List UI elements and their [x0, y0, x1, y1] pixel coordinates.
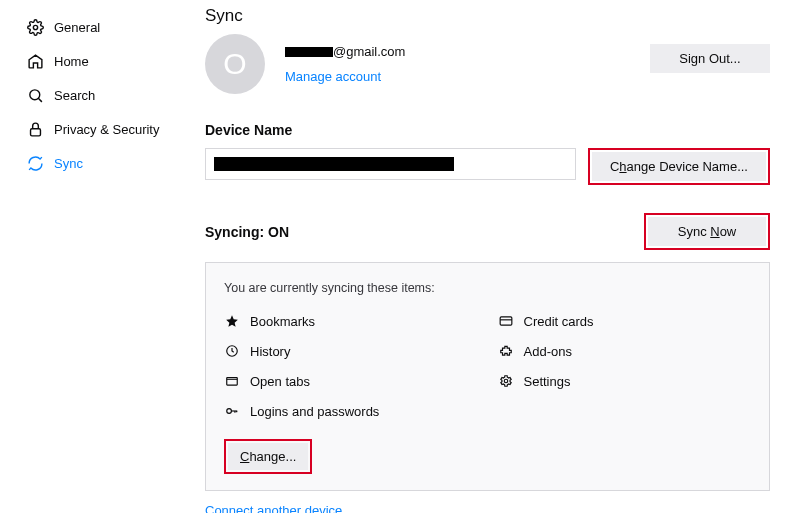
gear-icon: [498, 373, 514, 389]
search-icon: [26, 86, 44, 104]
redacted-device-name: [214, 157, 454, 171]
email-domain: @gmail.com: [333, 44, 405, 59]
sync-item-settings: Settings: [498, 373, 752, 389]
sync-item-label: Logins and passwords: [250, 404, 379, 419]
sidebar-item-home[interactable]: Home: [20, 44, 175, 78]
sync-now-button[interactable]: Sync Now: [648, 217, 766, 246]
home-icon: [26, 52, 44, 70]
sidebar-item-search[interactable]: Search: [20, 78, 175, 112]
avatar: O: [205, 34, 265, 94]
main-content: Sync O @gmail.com Manage account Sign Ou…: [185, 0, 800, 513]
change-sync-items-button[interactable]: Change...: [228, 443, 308, 470]
sync-item-bookmarks: Bookmarks: [224, 313, 478, 329]
manage-account-link[interactable]: Manage account: [285, 69, 381, 84]
sync-item-history: History: [224, 343, 478, 359]
svg-rect-3: [30, 128, 40, 135]
sync-item-label: Add-ons: [524, 344, 572, 359]
highlight-change: Change...: [224, 439, 312, 474]
credit-card-icon: [498, 313, 514, 329]
account-email: @gmail.com: [285, 44, 405, 59]
key-icon: [224, 403, 240, 419]
sign-out-button[interactable]: Sign Out...: [650, 44, 770, 73]
tabs-icon: [224, 373, 240, 389]
account-section: O @gmail.com Manage account Sign Out...: [205, 34, 770, 94]
star-icon: [224, 313, 240, 329]
sidebar-item-general[interactable]: General: [20, 10, 175, 44]
sidebar-item-label: General: [54, 20, 100, 35]
sync-icon: [26, 154, 44, 172]
sync-intro-text: You are currently syncing these items:: [224, 281, 751, 295]
sync-item-label: Settings: [524, 374, 571, 389]
sync-items-grid: Bookmarks Credit cards History: [224, 313, 751, 419]
svg-line-2: [38, 98, 42, 102]
syncing-heading: Syncing: ON: [205, 224, 289, 240]
svg-point-9: [504, 379, 508, 383]
sidebar-item-label: Privacy & Security: [54, 122, 159, 137]
gear-icon: [26, 18, 44, 36]
connect-another-device-link[interactable]: Connect another device: [205, 503, 342, 513]
sync-item-addons: Add-ons: [498, 343, 752, 359]
highlight-change-device: Change Device Name...: [588, 148, 770, 185]
puzzle-icon: [498, 343, 514, 359]
sync-item-label: History: [250, 344, 290, 359]
device-name-field[interactable]: [205, 148, 576, 180]
lock-icon: [26, 120, 44, 138]
sidebar-item-label: Search: [54, 88, 95, 103]
svg-rect-7: [227, 378, 238, 386]
sidebar-item-label: Home: [54, 54, 89, 69]
svg-rect-4: [500, 317, 512, 325]
sync-item-opentabs: Open tabs: [224, 373, 478, 389]
device-name-heading: Device Name: [205, 122, 770, 138]
device-name-row: Change Device Name...: [205, 148, 770, 185]
clock-icon: [224, 343, 240, 359]
svg-point-10: [227, 409, 232, 414]
sync-items-panel: You are currently syncing these items: B…: [205, 262, 770, 491]
syncing-row: Syncing: ON Sync Now: [205, 213, 770, 250]
sync-item-label: Bookmarks: [250, 314, 315, 329]
sidebar-item-privacy[interactable]: Privacy & Security: [20, 112, 175, 146]
sync-item-logins: Logins and passwords: [224, 403, 478, 419]
highlight-sync-now: Sync Now: [644, 213, 770, 250]
sync-item-creditcards: Credit cards: [498, 313, 752, 329]
sidebar-item-sync[interactable]: Sync: [20, 146, 175, 180]
sync-item-label: Open tabs: [250, 374, 310, 389]
svg-point-0: [33, 25, 37, 29]
svg-point-1: [29, 89, 39, 99]
change-device-name-button[interactable]: Change Device Name...: [592, 152, 766, 181]
page-title: Sync: [205, 6, 770, 26]
redacted-email-user: [285, 47, 333, 57]
account-info: @gmail.com Manage account: [285, 34, 650, 84]
settings-sidebar: General Home Search Privacy & Security S…: [0, 0, 185, 513]
sidebar-item-label: Sync: [54, 156, 83, 171]
sync-item-label: Credit cards: [524, 314, 594, 329]
